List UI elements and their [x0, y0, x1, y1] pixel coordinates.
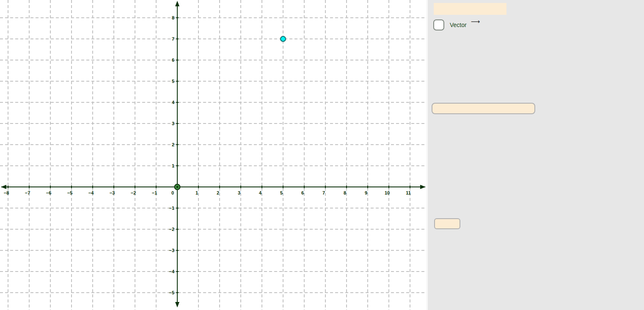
y-axis-label: 2: [172, 142, 174, 147]
y-axis-arrow-up: [175, 1, 179, 6]
y-axis-label: −2: [169, 227, 174, 232]
x-axis-label: −4: [88, 190, 94, 195]
y-axis-label: 7: [172, 36, 174, 41]
y-axis-label: 1: [172, 163, 174, 168]
x-axis-label: 7: [322, 190, 325, 195]
y-axis-label: 3: [172, 121, 174, 126]
x-axis-label: 2: [217, 190, 219, 195]
vector-checkbox[interactable]: [433, 19, 444, 30]
input-box-top[interactable]: [434, 3, 506, 15]
x-axis-label: 5: [280, 190, 283, 195]
panel-button-small[interactable]: [434, 218, 460, 229]
y-axis-arrow-down: [175, 302, 179, 307]
x-axis-label: 4: [259, 190, 262, 195]
y-axis-label: −3: [169, 248, 174, 253]
x-axis-label: −7: [25, 190, 30, 195]
vector-checkbox-row: Vector ⟶: [433, 19, 479, 31]
y-axis-label: 8: [172, 15, 174, 20]
x-axis-label: −8: [4, 190, 9, 195]
x-axis-label: −1: [152, 190, 157, 195]
x-axis-label: −5: [67, 190, 73, 195]
x-axis-label: −2: [131, 190, 136, 195]
y-axis-label: 6: [172, 58, 174, 63]
x-axis-label: 6: [301, 190, 304, 195]
control-panel: Vector ⟶: [429, 0, 644, 310]
origin-point-center: [176, 186, 178, 188]
graph-area[interactable]: −8−7−6−5−4−3−2−10123456789101187654321−1…: [0, 0, 429, 310]
vector-arrow-icon: ⟶: [471, 18, 480, 25]
y-axis-label: −4: [169, 269, 174, 274]
x-axis-label: 8: [344, 190, 346, 195]
y-axis-label: −5: [169, 290, 174, 295]
vector-checkbox-label: Vector: [450, 22, 467, 28]
geogebra-applet: −8−7−6−5−4−3−2−10123456789101187654321−1…: [0, 0, 644, 310]
x-axis-label: 1: [195, 190, 198, 195]
x-axis-label: 10: [385, 190, 390, 195]
free-point[interactable]: [281, 36, 286, 41]
x-axis-label: 11: [406, 190, 411, 195]
x-axis-label: −6: [46, 190, 52, 195]
x-axis-label: 3: [238, 190, 240, 195]
panel-button-mid[interactable]: [432, 103, 535, 114]
x-axis-label: 0: [171, 190, 174, 195]
graph-canvas[interactable]: −8−7−6−5−4−3−2−10123456789101187654321−1…: [0, 0, 429, 310]
x-axis-label: 9: [365, 190, 367, 195]
y-axis-label: 4: [172, 100, 175, 105]
y-axis-label: −1: [169, 206, 174, 211]
x-axis-arrow-right: [420, 185, 426, 189]
x-axis-arrow-left: [1, 185, 6, 189]
x-axis-label: −3: [110, 190, 115, 195]
y-axis-label: 5: [172, 79, 174, 84]
